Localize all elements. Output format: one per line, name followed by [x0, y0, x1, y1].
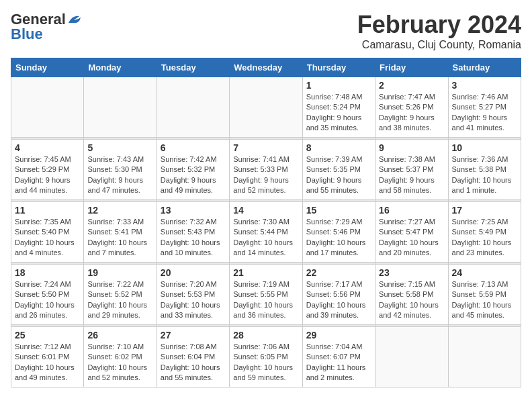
day-info: Sunrise: 7:47 AM Sunset: 5:26 PM Dayligh… — [379, 92, 444, 134]
day-info: Sunrise: 7:22 AM Sunset: 5:52 PM Dayligh… — [87, 279, 152, 321]
month-title: February 2024 — [357, 11, 521, 39]
day-number: 9 — [379, 142, 444, 153]
calendar-cell — [230, 77, 302, 138]
day-info: Sunrise: 7:43 AM Sunset: 5:30 PM Dayligh… — [87, 154, 152, 196]
calendar-cell: 8Sunrise: 7:39 AM Sunset: 5:35 PM Daylig… — [302, 140, 375, 200]
day-info: Sunrise: 7:36 AM Sunset: 5:38 PM Dayligh… — [452, 154, 517, 196]
title-area: February 2024 Camarasu, Cluj County, Rom… — [357, 11, 521, 51]
day-number: 21 — [233, 267, 298, 278]
logo-blue: Blue — [11, 26, 43, 43]
header-tuesday: Tuesday — [157, 58, 229, 77]
day-info: Sunrise: 7:48 AM Sunset: 5:24 PM Dayligh… — [306, 92, 371, 134]
day-number: 5 — [87, 142, 152, 153]
day-info: Sunrise: 7:29 AM Sunset: 5:46 PM Dayligh… — [306, 217, 371, 259]
header-thursday: Thursday — [302, 58, 375, 77]
day-number: 7 — [233, 142, 298, 153]
day-number: 23 — [379, 267, 444, 278]
calendar-week-2: 4Sunrise: 7:45 AM Sunset: 5:29 PM Daylig… — [11, 140, 521, 200]
day-info: Sunrise: 7:27 AM Sunset: 5:47 PM Dayligh… — [379, 217, 444, 259]
header-wednesday: Wednesday — [230, 58, 302, 77]
day-info: Sunrise: 7:46 AM Sunset: 5:27 PM Dayligh… — [452, 92, 517, 134]
day-number: 4 — [15, 142, 80, 153]
day-number: 19 — [87, 267, 152, 278]
calendar-week-1: 1Sunrise: 7:48 AM Sunset: 5:24 PM Daylig… — [11, 77, 521, 138]
day-number: 28 — [233, 330, 298, 340]
day-number: 11 — [15, 205, 80, 216]
day-number: 16 — [379, 205, 444, 216]
day-info: Sunrise: 7:20 AM Sunset: 5:53 PM Dayligh… — [161, 279, 226, 321]
day-number: 17 — [452, 205, 517, 216]
day-info: Sunrise: 7:41 AM Sunset: 5:33 PM Dayligh… — [233, 154, 298, 196]
calendar-cell: 11Sunrise: 7:35 AM Sunset: 5:40 PM Dayli… — [11, 202, 84, 263]
calendar-cell — [157, 77, 229, 138]
calendar-cell: 10Sunrise: 7:36 AM Sunset: 5:38 PM Dayli… — [448, 140, 521, 200]
day-info: Sunrise: 7:42 AM Sunset: 5:32 PM Dayligh… — [161, 154, 226, 196]
calendar-cell: 13Sunrise: 7:32 AM Sunset: 5:43 PM Dayli… — [157, 202, 229, 263]
day-number: 25 — [15, 330, 80, 340]
calendar-cell: 23Sunrise: 7:15 AM Sunset: 5:58 PM Dayli… — [375, 265, 448, 325]
calendar-cell: 1Sunrise: 7:48 AM Sunset: 5:24 PM Daylig… — [302, 77, 375, 138]
day-number: 27 — [161, 330, 226, 340]
calendar-cell: 26Sunrise: 7:10 AM Sunset: 6:02 PM Dayli… — [84, 327, 157, 387]
day-number: 15 — [306, 205, 371, 216]
calendar-cell — [84, 77, 157, 138]
calendar-cell — [11, 77, 84, 138]
day-info: Sunrise: 7:06 AM Sunset: 6:05 PM Dayligh… — [233, 342, 298, 383]
day-info: Sunrise: 7:32 AM Sunset: 5:43 PM Dayligh… — [161, 217, 226, 259]
calendar-week-4: 18Sunrise: 7:24 AM Sunset: 5:50 PM Dayli… — [11, 265, 521, 325]
page-header: General Blue February 2024 Camarasu, Clu… — [11, 11, 521, 51]
calendar-cell: 22Sunrise: 7:17 AM Sunset: 5:56 PM Dayli… — [302, 265, 375, 325]
day-info: Sunrise: 7:30 AM Sunset: 5:44 PM Dayligh… — [233, 217, 298, 259]
calendar-cell: 27Sunrise: 7:08 AM Sunset: 6:04 PM Dayli… — [157, 327, 229, 387]
day-info: Sunrise: 7:19 AM Sunset: 5:55 PM Dayligh… — [233, 279, 298, 321]
day-info: Sunrise: 7:04 AM Sunset: 6:07 PM Dayligh… — [306, 342, 371, 383]
calendar-cell: 12Sunrise: 7:33 AM Sunset: 5:41 PM Dayli… — [84, 202, 157, 263]
day-info: Sunrise: 7:33 AM Sunset: 5:41 PM Dayligh… — [87, 217, 152, 259]
calendar-cell: 29Sunrise: 7:04 AM Sunset: 6:07 PM Dayli… — [302, 327, 375, 387]
logo-bird-icon — [67, 13, 82, 26]
day-number: 18 — [15, 267, 80, 278]
day-number: 24 — [452, 267, 517, 278]
calendar-cell: 19Sunrise: 7:22 AM Sunset: 5:52 PM Dayli… — [84, 265, 157, 325]
day-number: 26 — [87, 330, 152, 340]
day-number: 12 — [87, 205, 152, 216]
day-number: 10 — [452, 142, 517, 153]
day-number: 14 — [233, 205, 298, 216]
calendar-cell: 3Sunrise: 7:46 AM Sunset: 5:27 PM Daylig… — [448, 77, 521, 138]
calendar-cell: 18Sunrise: 7:24 AM Sunset: 5:50 PM Dayli… — [11, 265, 84, 325]
header-monday: Monday — [84, 58, 157, 77]
calendar-cell: 2Sunrise: 7:47 AM Sunset: 5:26 PM Daylig… — [375, 77, 448, 138]
day-number: 6 — [161, 142, 226, 153]
day-info: Sunrise: 7:13 AM Sunset: 5:59 PM Dayligh… — [452, 279, 517, 321]
calendar-cell — [375, 327, 448, 387]
day-info: Sunrise: 7:15 AM Sunset: 5:58 PM Dayligh… — [379, 279, 444, 321]
day-number: 3 — [452, 80, 517, 91]
day-number: 20 — [161, 267, 226, 278]
calendar-cell: 16Sunrise: 7:27 AM Sunset: 5:47 PM Dayli… — [375, 202, 448, 263]
header-sunday: Sunday — [11, 58, 84, 77]
header-saturday: Saturday — [448, 58, 521, 77]
logo: General Blue — [11, 11, 82, 43]
day-info: Sunrise: 7:45 AM Sunset: 5:29 PM Dayligh… — [15, 154, 80, 196]
day-info: Sunrise: 7:12 AM Sunset: 6:01 PM Dayligh… — [15, 342, 80, 383]
calendar-cell: 9Sunrise: 7:38 AM Sunset: 5:37 PM Daylig… — [375, 140, 448, 200]
day-number: 8 — [306, 142, 371, 153]
day-info: Sunrise: 7:38 AM Sunset: 5:37 PM Dayligh… — [379, 154, 444, 196]
day-number: 1 — [306, 80, 371, 91]
calendar-cell: 7Sunrise: 7:41 AM Sunset: 5:33 PM Daylig… — [230, 140, 302, 200]
calendar-cell: 15Sunrise: 7:29 AM Sunset: 5:46 PM Dayli… — [302, 202, 375, 263]
day-info: Sunrise: 7:10 AM Sunset: 6:02 PM Dayligh… — [87, 342, 152, 383]
calendar-header-row: Sunday Monday Tuesday Wednesday Thursday… — [11, 58, 521, 77]
day-info: Sunrise: 7:25 AM Sunset: 5:49 PM Dayligh… — [452, 217, 517, 259]
day-info: Sunrise: 7:17 AM Sunset: 5:56 PM Dayligh… — [306, 279, 371, 321]
calendar-cell: 25Sunrise: 7:12 AM Sunset: 6:01 PM Dayli… — [11, 327, 84, 387]
calendar-table: Sunday Monday Tuesday Wednesday Thursday… — [11, 58, 521, 387]
day-number: 29 — [306, 330, 371, 340]
day-number: 22 — [306, 267, 371, 278]
header-friday: Friday — [375, 58, 448, 77]
day-info: Sunrise: 7:08 AM Sunset: 6:04 PM Dayligh… — [161, 342, 226, 383]
location-subtitle: Camarasu, Cluj County, Romania — [357, 39, 521, 51]
calendar-cell: 5Sunrise: 7:43 AM Sunset: 5:30 PM Daylig… — [84, 140, 157, 200]
calendar-cell — [448, 327, 521, 387]
day-number: 2 — [379, 80, 444, 91]
